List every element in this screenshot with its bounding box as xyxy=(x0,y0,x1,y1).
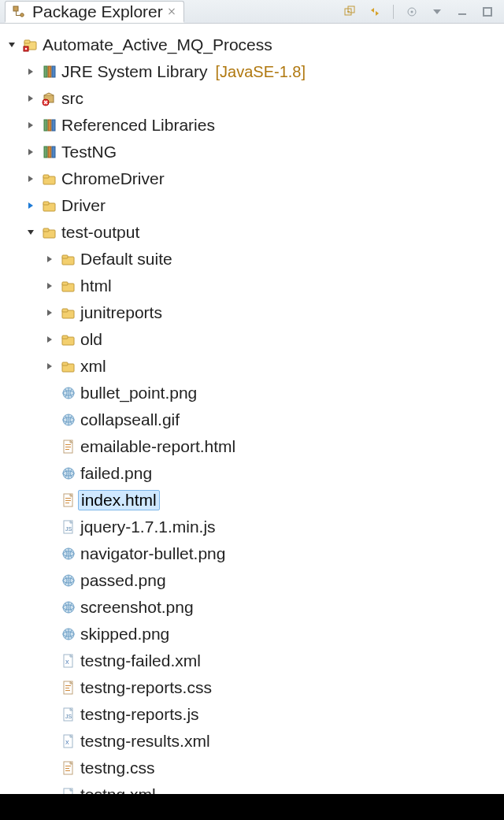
svg-rect-69 xyxy=(65,685,71,686)
tab-package-explorer[interactable]: Package Explorer xyxy=(5,1,184,23)
tree-item[interactable]: xml xyxy=(5,353,501,380)
tree-item[interactable]: old xyxy=(5,326,501,353)
tree-item[interactable]: Referenced Libraries xyxy=(5,112,501,139)
tree-twisty-icon[interactable] xyxy=(43,362,57,370)
tree-item-label: collapseall.gif xyxy=(80,410,180,429)
svg-rect-49 xyxy=(65,449,69,450)
tree-item-label: src xyxy=(61,89,83,108)
tree-twisty-icon[interactable] xyxy=(43,255,57,263)
tree-item[interactable]: skipped.png xyxy=(5,621,501,647)
tree-item[interactable]: JS testng-reports.js xyxy=(5,701,501,728)
tree-item[interactable]: Default suite xyxy=(5,246,501,273)
tree-item-label: Driver xyxy=(61,196,106,215)
tree-item-label: testng-reports.css xyxy=(80,678,212,697)
tree-item[interactable]: src xyxy=(5,85,501,112)
tree-item-label: html xyxy=(80,276,112,295)
tree-twisty-icon[interactable] xyxy=(24,228,38,236)
svg-rect-33 xyxy=(62,255,68,258)
tree-item-icon xyxy=(41,117,58,134)
svg-rect-54 xyxy=(65,500,71,501)
tree-item[interactable]: index.html xyxy=(5,487,501,514)
tree-item[interactable]: X testng-results.xml xyxy=(5,728,501,755)
tree-item-label: skipped.png xyxy=(80,625,169,644)
tree-item[interactable]: JRE System Library [JavaSE-1.8] xyxy=(5,58,501,85)
tree-item-icon: X xyxy=(60,733,77,750)
tree-item[interactable]: X testng-failed.xml xyxy=(5,647,501,674)
svg-rect-10 xyxy=(484,8,491,16)
svg-rect-6 xyxy=(347,11,350,12)
tree-twisty-icon[interactable] xyxy=(24,121,38,129)
tree-item[interactable]: ChromeDriver xyxy=(5,165,501,192)
bottom-crop xyxy=(0,794,504,820)
tree-twisty-icon[interactable] xyxy=(24,175,38,183)
tree-item-icon xyxy=(60,411,77,429)
maximize-icon[interactable] xyxy=(480,5,495,19)
tree-item-icon: X xyxy=(60,652,77,670)
svg-rect-9 xyxy=(458,13,466,15)
focus-icon[interactable] xyxy=(405,5,419,19)
svg-text:X: X xyxy=(65,740,69,745)
tree-item[interactable]: junitreports xyxy=(5,299,501,326)
tree-item[interactable]: testng-reports.css xyxy=(5,674,501,701)
tree-item[interactable]: emailable-report.html xyxy=(5,433,501,460)
tree-item-icon xyxy=(60,331,77,348)
tree-item[interactable]: screenshot.png xyxy=(5,594,501,621)
tree-item-label: old xyxy=(80,330,102,349)
svg-rect-25 xyxy=(52,147,55,158)
package-explorer-icon xyxy=(10,3,28,20)
tree-item[interactable]: html xyxy=(5,273,501,299)
tree-item[interactable]: Automate_Active_MQ_Process xyxy=(5,32,501,58)
tree-item-icon xyxy=(60,465,77,482)
svg-rect-35 xyxy=(62,282,68,285)
project-tree[interactable]: Automate_Active_MQ_Process JRE System Li… xyxy=(0,24,504,808)
svg-rect-29 xyxy=(43,202,49,205)
tree-item-icon xyxy=(60,599,77,616)
tree-item[interactable]: bullet_point.png xyxy=(5,380,501,406)
tree-item[interactable]: Driver xyxy=(5,192,501,219)
tree-item[interactable]: TestNG xyxy=(5,139,501,165)
tree-item-icon xyxy=(41,224,58,241)
tree-item-label: test-output xyxy=(61,223,139,242)
tree-item[interactable]: passed.png xyxy=(5,567,501,594)
tree-twisty-icon[interactable] xyxy=(24,202,38,210)
tree-twisty-icon[interactable] xyxy=(43,309,57,317)
tree-item-icon xyxy=(60,304,77,321)
svg-rect-77 xyxy=(65,766,71,766)
tree-twisty-icon[interactable] xyxy=(24,95,38,102)
tree-item[interactable]: testng.css xyxy=(5,755,501,781)
collapse-all-icon[interactable] xyxy=(343,5,357,19)
tree-item-icon xyxy=(60,277,77,295)
tree-item-icon xyxy=(60,438,77,455)
tree-item[interactable]: JS jquery-1.7.1.min.js xyxy=(5,514,501,540)
tree-item-icon: JS xyxy=(60,518,77,536)
minimize-icon[interactable] xyxy=(455,5,469,19)
tree-twisty-icon[interactable] xyxy=(24,148,38,156)
tree-item-icon xyxy=(60,492,77,509)
svg-rect-53 xyxy=(65,498,71,499)
svg-rect-55 xyxy=(65,503,69,503)
tree-item-icon xyxy=(60,679,77,696)
link-with-editor-icon[interactable] xyxy=(368,5,382,19)
tree-twisty-icon[interactable] xyxy=(24,68,38,76)
close-icon[interactable] xyxy=(168,8,176,16)
tree-item-label: Default suite xyxy=(80,250,172,269)
tree-item-icon xyxy=(60,572,77,589)
tree-twisty-icon[interactable] xyxy=(43,282,57,290)
tree-item[interactable]: failed.png xyxy=(5,460,501,487)
tree-item[interactable]: collapseall.gif xyxy=(5,406,501,433)
tree-item[interactable]: test-output xyxy=(5,219,501,246)
view-menu-icon[interactable] xyxy=(430,5,444,19)
toolbar-icons xyxy=(343,5,499,19)
tree-item[interactable]: navigator-bullet.png xyxy=(5,540,501,567)
tree-item-label: TestNG xyxy=(61,143,117,161)
tree-item-label: ChromeDriver xyxy=(61,169,165,188)
tree-twisty-icon[interactable] xyxy=(5,41,19,49)
tree-item-label: testng-failed.xml xyxy=(80,651,201,670)
tree-item-label: Referenced Libraries xyxy=(61,116,215,135)
svg-rect-39 xyxy=(62,336,68,339)
package-explorer-view: Package Explorer xyxy=(0,0,504,820)
svg-rect-0 xyxy=(13,6,18,11)
tree-twisty-icon[interactable] xyxy=(43,336,57,343)
tree-item-icon xyxy=(60,759,77,777)
svg-rect-17 xyxy=(52,66,55,77)
